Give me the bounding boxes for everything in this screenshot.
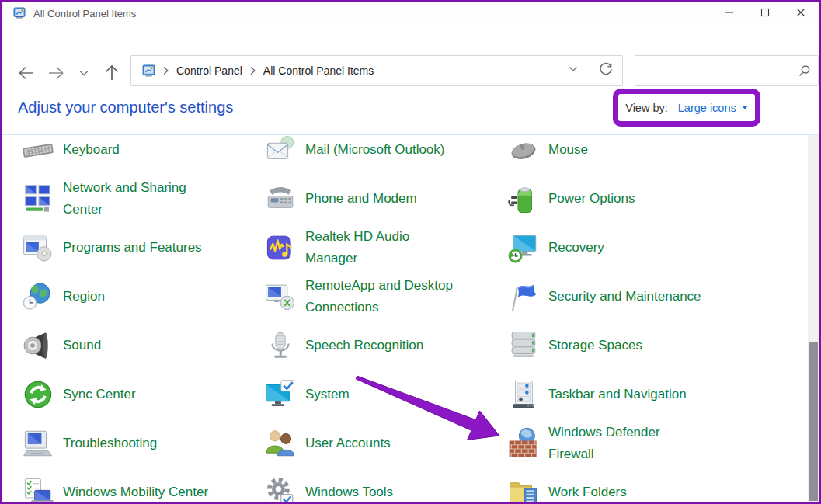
control-panel-item[interactable]: Work Folders: [503, 468, 810, 504]
control-panel-item-label: Programs and Features: [63, 237, 202, 259]
control-panel-item-label: Keyboard: [63, 139, 120, 161]
control-panel-item[interactable]: Network and Sharing Center: [18, 174, 260, 223]
storage-icon: [507, 329, 540, 362]
minimize-icon: [725, 6, 734, 20]
programs-icon: [22, 231, 54, 264]
control-panel-item-label: Troubleshooting: [63, 433, 157, 454]
close-button[interactable]: [783, 2, 819, 24]
control-panel-items-grid: KeyboardMail (Microsoft Outlook)MouseNet…: [18, 125, 810, 504]
control-panel-item[interactable]: Windows Mobility Center: [18, 468, 260, 504]
maximize-button[interactable]: [747, 2, 783, 24]
control-panel-item-label: System: [305, 384, 350, 405]
network-icon: [22, 182, 54, 215]
users-icon: [264, 427, 297, 460]
view-by-highlight-box: View by: Large icons: [613, 89, 760, 127]
control-panel-icon: [13, 7, 26, 19]
control-panel-item[interactable]: Sound: [18, 321, 260, 370]
control-panel-item[interactable]: Sync Center: [18, 370, 260, 419]
back-button[interactable]: [16, 63, 37, 83]
control-panel-item-label: RemoteApp and Desktop Connections: [305, 275, 453, 318]
control-panel-item[interactable]: Phone and Modem: [260, 174, 503, 223]
region-icon: [22, 280, 54, 313]
control-panel-item[interactable]: Programs and Features: [18, 223, 260, 272]
sync-icon: [22, 378, 54, 411]
address-dropdown-button[interactable]: [557, 56, 590, 85]
control-panel-item[interactable]: Troubleshooting: [18, 419, 260, 468]
breadcrumb-control-panel[interactable]: Control Panel: [176, 64, 242, 77]
scrollbar-thumb[interactable]: [809, 342, 818, 501]
control-panel-item-label: Mail (Microsoft Outlook): [305, 139, 444, 161]
control-panel-item-label: Power Options: [548, 188, 635, 210]
navigation-bar: Control Panel All Control Panel Items: [2, 24, 819, 72]
control-panel-item[interactable]: Region: [18, 272, 260, 321]
control-panel-item-label: Mouse: [548, 139, 588, 161]
chevron-down-icon: [568, 64, 579, 78]
control-panel-item[interactable]: System: [260, 370, 503, 419]
control-panel-item[interactable]: Windows Tools: [260, 468, 503, 504]
up-button[interactable]: [102, 63, 122, 83]
mouse-icon: [507, 134, 540, 166]
control-panel-item[interactable]: Security and Maintenance: [503, 272, 810, 321]
tools-icon: [264, 476, 297, 504]
control-panel-item-label: Security and Maintenance: [548, 286, 701, 308]
control-panel-item-label: Windows Mobility Center: [63, 481, 208, 503]
control-panel-item-label: User Accounts: [305, 433, 391, 454]
view-by-label: View by:: [625, 102, 668, 114]
speech-icon: [264, 329, 297, 362]
maximize-icon: [760, 6, 770, 20]
control-panel-item[interactable]: Power Options: [503, 174, 810, 223]
control-panel-item[interactable]: Storage Spaces: [503, 321, 810, 370]
mobility-icon: [22, 476, 54, 504]
search-box[interactable]: [635, 55, 819, 86]
remoteapp-icon: [264, 280, 297, 313]
firewall-icon: [507, 427, 540, 460]
minimize-button[interactable]: [711, 2, 747, 24]
control-panel-item[interactable]: Windows Defender Firewall: [503, 419, 810, 468]
address-bar[interactable]: Control Panel All Control Panel Items: [130, 55, 623, 86]
control-panel-item-label: Region: [63, 286, 105, 308]
control-panel-icon: [142, 64, 155, 78]
control-panel-item[interactable]: Mouse: [503, 125, 810, 174]
chevron-right-icon: [249, 66, 256, 75]
view-by-dropdown[interactable]: Large icons: [678, 102, 748, 114]
control-panel-item-label: Windows Defender Firewall: [548, 422, 660, 465]
dropdown-caret-icon: [742, 106, 748, 109]
recovery-icon: [507, 231, 540, 264]
control-panel-item-label: Phone and Modem: [305, 188, 417, 210]
control-panel-window: All Control Panel Items: [0, 0, 821, 504]
taskbar-icon: [507, 378, 540, 411]
sound-icon: [22, 329, 54, 362]
control-panel-item-label: Windows Tools: [305, 481, 393, 503]
title-bar: All Control Panel Items: [2, 2, 819, 24]
control-panel-item[interactable]: Speech Recognition: [260, 321, 503, 370]
control-panel-item[interactable]: Mail (Microsoft Outlook): [260, 125, 503, 174]
control-panel-item[interactable]: User Accounts: [260, 419, 503, 468]
control-panel-item[interactable]: Realtek HD Audio Manager: [260, 223, 503, 272]
power-icon: [507, 182, 540, 215]
realtek-icon: [264, 231, 297, 264]
control-panel-item[interactable]: Taskbar and Navigation: [503, 370, 810, 419]
control-panel-item-label: Taskbar and Navigation: [548, 384, 687, 405]
control-panel-item-label: Recovery: [548, 237, 604, 259]
breadcrumb-all-control-panel-items[interactable]: All Control Panel Items: [263, 64, 374, 77]
refresh-icon: [599, 62, 613, 79]
phone-icon: [264, 182, 297, 215]
control-panel-item[interactable]: RemoteApp and Desktop Connections: [260, 272, 503, 321]
forward-button[interactable]: [46, 63, 66, 83]
workfolders-icon: [507, 476, 540, 504]
control-panel-item-label: Work Folders: [548, 481, 627, 503]
control-panel-item-label: Sync Center: [63, 384, 136, 405]
page-title: Adjust your computer's settings: [18, 99, 233, 116]
control-panel-item[interactable]: Recovery: [503, 223, 810, 272]
control-panel-item[interactable]: Keyboard: [18, 125, 260, 174]
scrollbar-track[interactable]: [808, 135, 819, 504]
close-icon: [796, 6, 805, 20]
search-input[interactable]: [643, 64, 790, 78]
troubleshooting-icon: [22, 427, 54, 460]
window-title: All Control Panel Items: [33, 8, 136, 19]
refresh-button[interactable]: [590, 56, 622, 85]
control-panel-item-label: Storage Spaces: [548, 335, 642, 356]
view-by-value: Large icons: [678, 102, 736, 114]
keyboard-icon: [22, 134, 54, 166]
recent-pages-dropdown[interactable]: [74, 63, 94, 83]
